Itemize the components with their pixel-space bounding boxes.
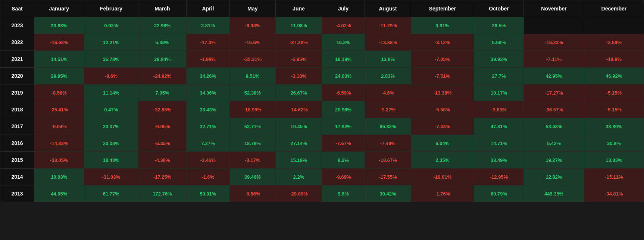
- data-cell: 172.76%: [138, 185, 186, 202]
- data-cell: 14.71%: [474, 135, 524, 152]
- data-cell: 44.05%: [34, 185, 84, 202]
- data-cell: 13.8%: [365, 51, 411, 68]
- data-cell: -7.44%: [411, 118, 474, 135]
- year-cell: 2015: [0, 152, 34, 169]
- data-cell: 2.2%: [276, 169, 322, 185]
- data-cell: 3.91%: [411, 17, 474, 34]
- data-cell: -7.51%: [411, 68, 474, 84]
- header-april: April: [187, 0, 229, 17]
- data-cell: 8.2%: [322, 152, 365, 169]
- data-cell: -35.31%: [229, 51, 276, 68]
- data-cell: -7.11%: [524, 51, 584, 68]
- year-cell: 2021: [0, 51, 34, 68]
- data-cell: 18.43%: [84, 152, 138, 169]
- data-cell: -14.62%: [276, 101, 322, 118]
- header-july: July: [322, 0, 365, 17]
- data-cell: 34.36%: [187, 84, 229, 101]
- data-cell: 34.26%: [187, 68, 229, 84]
- data-cell: 13.83%: [584, 152, 644, 169]
- header-february: February: [84, 0, 138, 17]
- data-cell: [584, 17, 644, 34]
- data-cell: -15.11%: [584, 169, 644, 185]
- data-cell: -18.67%: [365, 152, 411, 169]
- data-cell: 20.96%: [322, 101, 365, 118]
- data-cell: -4.6%: [365, 84, 411, 101]
- year-cell: 2023: [0, 17, 34, 34]
- data-cell: 30.42%: [365, 185, 411, 202]
- data-cell: -13.38%: [411, 84, 474, 101]
- data-cell: 16.8%: [322, 34, 365, 51]
- data-cell: -0.04%: [34, 118, 84, 135]
- data-cell: -9.69%: [322, 169, 365, 185]
- data-cell: 30.8%: [584, 135, 644, 152]
- data-cell: 10.17%: [474, 84, 524, 101]
- year-cell: 2013: [0, 185, 34, 202]
- data-cell: 50.01%: [187, 185, 229, 202]
- data-cell: 52.38%: [229, 84, 276, 101]
- data-cell: -1.6%: [187, 169, 229, 185]
- data-cell: -7.49%: [365, 135, 411, 152]
- data-cell: -3.12%: [411, 34, 474, 51]
- year-cell: 2019: [0, 84, 34, 101]
- data-cell: -8.6%: [84, 68, 138, 84]
- data-cell: -11.29%: [365, 17, 411, 34]
- data-cell: 0.47%: [84, 101, 138, 118]
- year-cell: 2016: [0, 135, 34, 152]
- header-january: January: [34, 0, 84, 17]
- data-cell: 23.07%: [84, 118, 138, 135]
- data-cell: 27.7%: [474, 68, 524, 84]
- data-cell: 6.04%: [411, 135, 474, 152]
- data-cell: 33.43%: [187, 101, 229, 118]
- data-cell: 14.51%: [34, 51, 84, 68]
- data-cell: -7.03%: [411, 51, 474, 68]
- data-cell: -17.55%: [365, 169, 411, 185]
- data-cell: -32.85%: [138, 101, 186, 118]
- data-cell: -4.38%: [138, 152, 186, 169]
- data-cell: -18.99%: [229, 101, 276, 118]
- data-cell: 61.77%: [84, 185, 138, 202]
- data-cell: -34.81%: [584, 185, 644, 202]
- data-cell: -7.67%: [322, 135, 365, 152]
- data-cell: -5.15%: [584, 101, 644, 118]
- data-cell: -5.35%: [138, 135, 186, 152]
- data-cell: 18.78%: [229, 135, 276, 152]
- data-cell: 29.84%: [138, 51, 186, 68]
- data-cell: -15.6%: [229, 34, 276, 51]
- data-cell: -12.95%: [474, 169, 524, 185]
- data-cell: 7.05%: [138, 84, 186, 101]
- data-cell: -33.05%: [34, 152, 84, 169]
- data-cell: -16.68%: [34, 34, 84, 51]
- data-cell: 32.71%: [187, 118, 229, 135]
- header-saat: Saat: [0, 0, 34, 17]
- data-cell: 10.45%: [276, 118, 322, 135]
- data-cell: -17.27%: [524, 84, 584, 101]
- data-cell: 36.78%: [84, 51, 138, 68]
- data-cell: 5.39%: [138, 34, 186, 51]
- data-cell: 2.81%: [187, 17, 229, 34]
- data-cell: -36.57%: [524, 101, 584, 118]
- header-may: May: [229, 0, 276, 17]
- data-cell: 22.96%: [138, 17, 186, 34]
- data-cell: -5.95%: [276, 51, 322, 68]
- data-cell: 19.27%: [524, 152, 584, 169]
- data-cell: -5.58%: [411, 101, 474, 118]
- data-cell: -8.58%: [34, 84, 84, 101]
- data-cell: 5.42%: [524, 135, 584, 152]
- data-cell: 38.89%: [584, 118, 644, 135]
- data-cell: 0.03%: [84, 17, 138, 34]
- header-november: November: [524, 0, 584, 17]
- data-cell: 52.71%: [229, 118, 276, 135]
- data-cell: -3.59%: [584, 34, 644, 51]
- data-cell: 27.14%: [276, 135, 322, 152]
- data-cell: 24.03%: [322, 68, 365, 84]
- data-cell: -24.92%: [138, 68, 186, 84]
- data-cell: -8.56%: [229, 185, 276, 202]
- data-cell: -17.25%: [138, 169, 186, 185]
- data-cell: -9.27%: [365, 101, 411, 118]
- header-august: August: [365, 0, 411, 17]
- header-june: June: [276, 0, 322, 17]
- data-cell: -3.46%: [187, 152, 229, 169]
- data-cell: -29.89%: [276, 185, 322, 202]
- data-cell: 10.03%: [34, 169, 84, 185]
- data-cell: -6.98%: [229, 17, 276, 34]
